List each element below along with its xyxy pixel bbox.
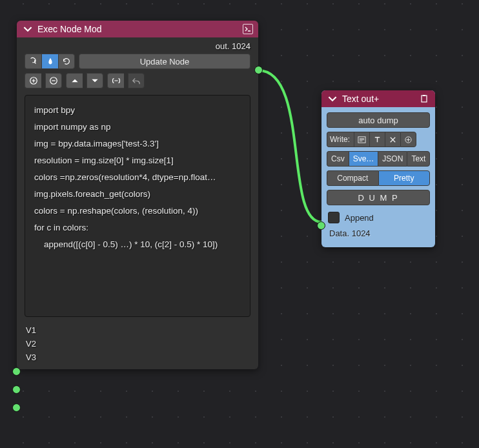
textout-title: Text out+ bbox=[342, 94, 414, 104]
output-socket-label: out. 1024 bbox=[216, 41, 250, 51]
tool-row-1: Update Node bbox=[17, 54, 258, 73]
exec-node-header[interactable]: Exec Node Mod bbox=[17, 21, 258, 37]
update-node-button[interactable]: Update Node bbox=[79, 54, 250, 69]
style-compact[interactable]: Compact bbox=[327, 170, 378, 186]
write-target-add-icon[interactable] bbox=[400, 132, 416, 147]
input-row-v1: V1 bbox=[17, 323, 258, 337]
append-label: Append bbox=[345, 213, 374, 223]
input-label: V3 bbox=[26, 352, 36, 362]
terminal-icon[interactable] bbox=[243, 24, 253, 34]
write-target-clear-icon[interactable] bbox=[385, 132, 400, 147]
droplet-icon[interactable] bbox=[41, 54, 58, 69]
write-label: Write: bbox=[327, 132, 354, 147]
write-target-t-icon[interactable] bbox=[369, 132, 385, 147]
code-line: import bpy bbox=[34, 105, 75, 115]
input-socket-v1[interactable] bbox=[12, 367, 21, 376]
tool-row-2 bbox=[17, 73, 258, 95]
collapse-chevron-icon[interactable] bbox=[327, 93, 338, 105]
code-editor[interactable]: import bpy import numpy as np img = bpy.… bbox=[25, 95, 250, 317]
format-text[interactable]: Text bbox=[407, 151, 430, 167]
input-label: V1 bbox=[26, 325, 36, 335]
code-line: img = bpy.data.images['test-3.3'] bbox=[34, 139, 159, 148]
input-socket-v3[interactable] bbox=[12, 403, 21, 412]
textout-header[interactable]: Text out+ bbox=[321, 90, 435, 107]
code-line: colors = np.reshape(colors, (resolution,… bbox=[34, 206, 198, 216]
move-down-icon[interactable] bbox=[87, 73, 103, 88]
svg-rect-2 bbox=[422, 96, 427, 102]
write-target-row: Write: bbox=[327, 132, 430, 147]
code-line: for c in colors: bbox=[34, 223, 88, 232]
dump-button[interactable]: D U M P bbox=[327, 190, 430, 205]
code-line: resolution = img.size[0] * img.size[1] bbox=[34, 156, 174, 165]
output-socket-row: out. 1024 bbox=[17, 37, 258, 54]
loop-icon[interactable] bbox=[25, 54, 41, 69]
input-row-v3: V3 bbox=[17, 351, 258, 364]
code-line: import numpy as np bbox=[34, 122, 111, 132]
remove-icon[interactable] bbox=[45, 73, 62, 88]
data-socket-row: Data. 1024 bbox=[327, 226, 430, 242]
script-link-icon[interactable] bbox=[107, 73, 124, 88]
refresh-icon[interactable] bbox=[58, 54, 75, 69]
data-input-socket[interactable] bbox=[317, 221, 325, 230]
style-row: Compact Pretty bbox=[327, 170, 430, 186]
format-json[interactable]: JSON bbox=[378, 151, 407, 167]
append-checkbox[interactable] bbox=[328, 212, 340, 223]
input-socket-v2[interactable] bbox=[12, 385, 21, 394]
collapse-chevron-icon[interactable] bbox=[22, 23, 34, 35]
write-target-text-icon[interactable] bbox=[354, 132, 369, 147]
undo-icon[interactable] bbox=[128, 73, 145, 88]
code-line: colors =np.zeros(resolution*4, dtype=np.… bbox=[34, 172, 216, 182]
move-up-icon[interactable] bbox=[66, 73, 83, 88]
code-line: img.pixels.foreach_get(colors) bbox=[34, 189, 150, 199]
exec-node-title: Exec Node Mod bbox=[37, 24, 239, 34]
add-icon[interactable] bbox=[25, 73, 41, 88]
style-pretty[interactable]: Pretty bbox=[378, 170, 431, 186]
auto-dump-button[interactable]: auto dump bbox=[327, 112, 430, 128]
svg-rect-3 bbox=[423, 95, 425, 96]
input-label: V2 bbox=[26, 339, 36, 349]
format-row: Csv Sve… JSON Text bbox=[327, 151, 430, 167]
text-out-node: Text out+ auto dump Write: Csv Sve… JSON bbox=[321, 90, 435, 247]
append-row: Append bbox=[327, 209, 430, 226]
output-socket[interactable] bbox=[254, 66, 263, 74]
exec-node-mod: Exec Node Mod out. 1024 Update Node bbox=[17, 21, 258, 369]
input-row-v2: V2 bbox=[17, 337, 258, 351]
clipboard-icon[interactable] bbox=[418, 93, 430, 105]
format-csv[interactable]: Csv bbox=[327, 151, 349, 167]
code-line: append([(c[0] - 0.5) …) * 10, (c[2] - 0.… bbox=[34, 239, 218, 249]
data-socket-label: Data. 1024 bbox=[329, 229, 371, 238]
format-sver[interactable]: Sve… bbox=[349, 151, 378, 167]
